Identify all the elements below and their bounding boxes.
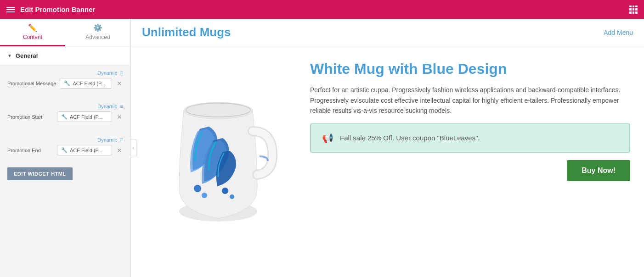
megaphone-icon: 📢	[322, 133, 333, 144]
sidebar-tabs: ✏️ Content ⚙️ Advanced	[0, 19, 130, 47]
dynamic-icon-2[interactable]: ≡	[120, 103, 123, 110]
main-layout: ✏️ Content ⚙️ Advanced ▼ General	[0, 19, 644, 277]
grid-icon[interactable]	[629, 6, 638, 14]
close-btn-promo-msg[interactable]: ✕	[116, 80, 123, 87]
dynamic-row-2: Dynamic ≡	[7, 103, 123, 110]
acf-field-promo-msg[interactable]: 🔧 ACF Field (P...	[60, 78, 112, 89]
product-title: White Mug with Blue Design	[310, 60, 630, 78]
dynamic-label-2: Dynamic	[97, 104, 117, 109]
hamburger-icon[interactable]	[6, 7, 15, 12]
wrench-icon-1: 🔧	[64, 80, 70, 86]
page-title: Unlimited Mugs	[142, 25, 231, 39]
svg-point-2	[194, 185, 201, 192]
section-general-label: General	[16, 52, 38, 59]
section-header-general[interactable]: ▼ General	[0, 47, 130, 65]
field-row-promo-start: Promotion Start 🔧 ACF Field (P... ✕	[7, 111, 123, 122]
mug-image-area	[145, 55, 292, 230]
add-menu-link[interactable]: Add Menu	[604, 29, 633, 36]
chevron-down-icon: ▼	[7, 53, 12, 58]
dynamic-label-1: Dynamic	[97, 70, 117, 76]
content-area: Unlimited Mugs Add Menu	[131, 19, 644, 277]
buy-now-button[interactable]: Buy Now!	[567, 160, 630, 181]
page-header: Unlimited Mugs Add Menu	[131, 19, 644, 46]
form-section-promo-msg: Dynamic ≡ Promotional Message 🔧 ACF Fiel…	[0, 65, 130, 99]
product-section: White Mug with Blue Design Perfect for a…	[131, 46, 644, 277]
tab-content-label: Content	[23, 34, 42, 40]
tab-advanced-label: Advanced	[85, 34, 110, 40]
header-title: Edit Promotion Banner	[20, 6, 95, 13]
dynamic-label-3: Dynamic	[97, 137, 117, 143]
acf-field-promo-msg-value: ACF Field (P...	[73, 81, 105, 86]
close-btn-promo-start[interactable]: ✕	[116, 113, 123, 121]
wrench-icon-3: 🔧	[61, 147, 68, 153]
svg-point-1	[184, 102, 253, 119]
svg-point-5	[230, 194, 234, 199]
dynamic-icon-3[interactable]: ≡	[120, 137, 123, 143]
field-row-promo-end: Promotion End 🔧 ACF Field (P... ✕	[7, 145, 123, 155]
tab-advanced[interactable]: ⚙️ Advanced	[65, 19, 130, 46]
acf-field-promo-end-value: ACF Field (P...	[70, 148, 102, 153]
acf-field-promo-start[interactable]: 🔧 ACF Field (P...	[57, 111, 112, 122]
wrench-icon-2: 🔧	[61, 114, 68, 120]
edit-widget-html-button[interactable]: EDIT WIDGET HTML	[7, 167, 73, 180]
header-bar: Edit Promotion Banner	[0, 0, 644, 19]
field-row-promo-msg: Promotional Message 🔧 ACF Field (P... ✕	[7, 78, 123, 89]
field-label-promo-msg: Promotional Message	[7, 81, 56, 86]
sidebar-content: ▼ General Dynamic ≡ Promotional Message …	[0, 47, 130, 277]
form-section-promo-start: Dynamic ≡ Promotion Start 🔧 ACF Field (P…	[0, 99, 130, 132]
tab-content[interactable]: ✏️ Content	[0, 19, 65, 46]
header-left: Edit Promotion Banner	[6, 6, 95, 13]
svg-point-3	[202, 193, 207, 198]
svg-point-4	[222, 188, 228, 194]
promo-banner: 📢 Fall sale 25% Off. User coupon "BlueLe…	[310, 123, 630, 153]
promo-text: Fall sale 25% Off. User coupon "BlueLeav…	[340, 134, 480, 142]
field-label-promo-start: Promotion Start	[7, 114, 53, 120]
product-description: Perfect for an artistic cuppa. Progressi…	[310, 85, 630, 116]
field-label-promo-end: Promotion End	[7, 148, 53, 153]
mug-image	[149, 55, 287, 230]
acf-field-promo-start-value: ACF Field (P...	[70, 114, 102, 120]
chevron-left-icon: ‹	[132, 145, 134, 150]
sidebar: ✏️ Content ⚙️ Advanced ▼ General	[0, 19, 131, 277]
dynamic-icon-1[interactable]: ≡	[120, 70, 123, 76]
content-tab-icon: ✏️	[28, 23, 37, 32]
sidebar-collapse-handle[interactable]: ‹	[130, 139, 136, 157]
dynamic-row-1: Dynamic ≡	[7, 70, 123, 76]
sidebar-wrapper: ✏️ Content ⚙️ Advanced ▼ General	[0, 19, 131, 277]
advanced-tab-icon: ⚙️	[93, 23, 102, 32]
form-section-promo-end: Dynamic ≡ Promotion End 🔧 ACF Field (P..…	[0, 132, 130, 166]
acf-field-promo-end[interactable]: 🔧 ACF Field (P...	[57, 145, 112, 155]
dynamic-row-3: Dynamic ≡	[7, 137, 123, 143]
close-btn-promo-end[interactable]: ✕	[116, 147, 123, 154]
product-info: White Mug with Blue Design Perfect for a…	[310, 55, 630, 181]
